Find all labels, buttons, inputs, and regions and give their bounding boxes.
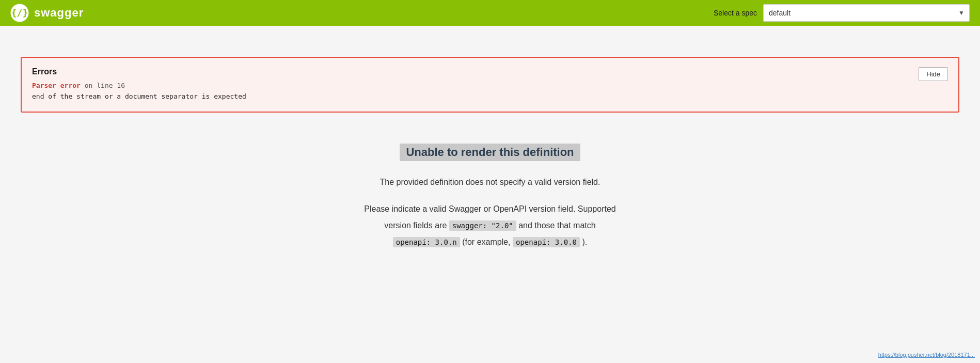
parser-error-line: on line 16 [85,82,125,89]
parser-error-label: Parser error [32,82,81,89]
app-title: swagger [34,6,84,20]
render-error-title: Unable to render this definition [400,144,580,161]
error-detail: Parser error on line 16 end of the strea… [32,81,948,102]
main-content: Errors Parser error on line 16 end of th… [0,26,980,271]
error-box: Errors Parser error on line 16 end of th… [21,57,959,113]
render-error-description: The provided definition does not specify… [309,176,671,189]
navbar-right: Select a spec default ▼ [714,4,970,22]
select-spec-label: Select a spec [714,9,757,17]
info-text-1: Please indicate a valid Swagger or OpenA… [364,204,615,213]
info-text-3: and those that match [518,221,595,230]
parser-error-message: end of the stream or a document separato… [32,92,246,100]
info-text-4: (for example, [462,238,510,246]
code-highlight-3: openapi: 3.0.0 [513,237,580,247]
info-text-2: version fields are [384,221,447,230]
brand: {/} swagger [10,4,84,22]
hide-button[interactable]: Hide [919,67,948,81]
error-title: Errors [32,67,948,76]
spec-select-wrapper[interactable]: default ▼ [763,4,970,22]
svg-text:{/}: {/} [11,7,28,18]
swagger-logo-icon: {/} [10,4,29,22]
navbar: {/} swagger Select a spec default ▼ [0,0,980,26]
render-error-section: Unable to render this definition The pro… [309,144,671,251]
spec-select[interactable]: default [763,4,970,22]
info-text-5: ). [582,238,587,246]
render-error-info: Please indicate a valid Swagger or OpenA… [309,201,671,250]
footer-hint[interactable]: https://blog.pusher.net/blog/2018171... [878,352,975,358]
code-highlight-2: openapi: 3.0.n [393,237,460,247]
code-highlight-1: swagger: "2.0" [449,220,516,231]
